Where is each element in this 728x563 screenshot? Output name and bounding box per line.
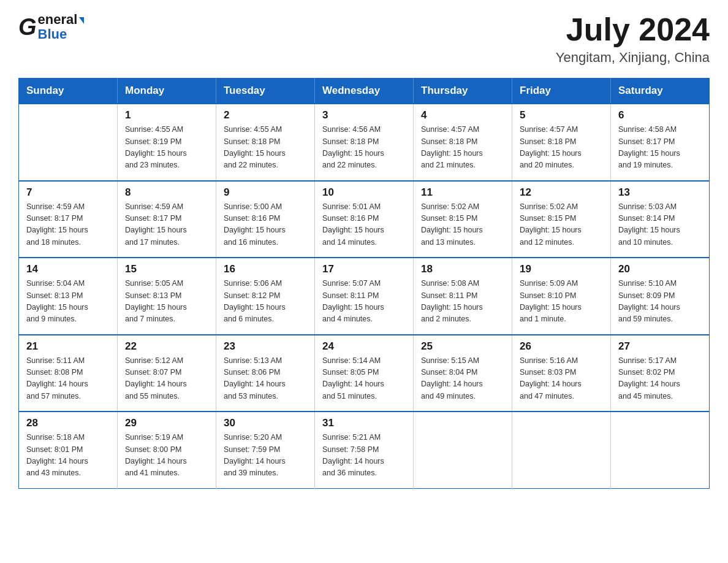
day-number: 20 [618, 263, 702, 275]
day-info: Sunrise: 5:14 AMSunset: 8:05 PMDaylight:… [322, 355, 406, 403]
day-info: Sunrise: 5:01 AMSunset: 8:16 PMDaylight:… [322, 201, 406, 249]
calendar-cell: 7Sunrise: 4:59 AMSunset: 8:17 PMDaylight… [19, 181, 118, 258]
header-title-section: July 2024 Yengitam, Xinjiang, China [556, 12, 710, 66]
calendar-cell: 18Sunrise: 5:08 AMSunset: 8:11 PMDayligh… [414, 258, 512, 335]
day-info: Sunrise: 5:04 AMSunset: 8:13 PMDaylight:… [26, 278, 110, 326]
calendar-week-2: 7Sunrise: 4:59 AMSunset: 8:17 PMDaylight… [19, 181, 710, 258]
day-number: 17 [322, 263, 406, 275]
day-info: Sunrise: 4:59 AMSunset: 8:17 PMDaylight:… [125, 201, 208, 249]
calendar-cell: 13Sunrise: 5:03 AMSunset: 8:14 PMDayligh… [611, 181, 710, 258]
calendar-cell: 25Sunrise: 5:15 AMSunset: 8:04 PMDayligh… [414, 335, 512, 412]
calendar-header: SundayMondayTuesdayWednesdayThursdayFrid… [19, 79, 710, 104]
day-header-sunday: Sunday [19, 79, 118, 104]
calendar-cell [512, 412, 611, 488]
day-number: 22 [125, 340, 208, 353]
calendar-cell: 16Sunrise: 5:06 AMSunset: 8:12 PMDayligh… [216, 258, 315, 335]
day-number: 26 [520, 340, 603, 353]
logo-general: eneral [38, 12, 85, 27]
calendar-header-row: SundayMondayTuesdayWednesdayThursdayFrid… [19, 79, 710, 104]
day-info: Sunrise: 4:59 AMSunset: 8:17 PMDaylight:… [26, 201, 110, 249]
day-info: Sunrise: 5:21 AMSunset: 7:58 PMDaylight:… [322, 432, 406, 480]
page-header: G eneral Blue July 2024 Yengitam, Xinjia… [18, 12, 710, 66]
day-info: Sunrise: 5:12 AMSunset: 8:07 PMDaylight:… [125, 355, 208, 403]
day-info: Sunrise: 4:55 AMSunset: 8:19 PMDaylight:… [125, 124, 208, 172]
day-info: Sunrise: 5:02 AMSunset: 8:15 PMDaylight:… [421, 201, 504, 249]
day-number: 16 [224, 263, 307, 275]
day-number: 25 [421, 340, 504, 353]
day-number: 2 [224, 109, 307, 121]
day-info: Sunrise: 5:16 AMSunset: 8:03 PMDaylight:… [520, 355, 603, 403]
day-info: Sunrise: 5:09 AMSunset: 8:10 PMDaylight:… [520, 278, 603, 326]
logo-g-letter: G [18, 15, 37, 39]
day-info: Sunrise: 5:20 AMSunset: 7:59 PMDaylight:… [224, 432, 307, 480]
day-number: 15 [125, 263, 208, 275]
day-number: 12 [520, 186, 603, 199]
calendar-cell: 8Sunrise: 4:59 AMSunset: 8:17 PMDaylight… [118, 181, 216, 258]
calendar-cell: 1Sunrise: 4:55 AMSunset: 8:19 PMDaylight… [118, 104, 216, 181]
logo-triangle-icon [79, 17, 84, 24]
calendar-body: 1Sunrise: 4:55 AMSunset: 8:19 PMDaylight… [19, 104, 710, 488]
day-header-saturday: Saturday [611, 79, 710, 104]
day-header-wednesday: Wednesday [315, 79, 414, 104]
day-number: 21 [26, 340, 110, 353]
logo-graphic: G eneral Blue [18, 12, 84, 42]
calendar-cell: 5Sunrise: 4:57 AMSunset: 8:18 PMDaylight… [512, 104, 611, 181]
calendar-cell [611, 412, 710, 488]
logo: G eneral Blue [18, 12, 84, 42]
calendar-cell: 3Sunrise: 4:56 AMSunset: 8:18 PMDaylight… [315, 104, 414, 181]
day-number: 27 [618, 340, 702, 353]
calendar-cell: 12Sunrise: 5:02 AMSunset: 8:15 PMDayligh… [512, 181, 611, 258]
calendar-cell: 15Sunrise: 5:05 AMSunset: 8:13 PMDayligh… [118, 258, 216, 335]
day-info: Sunrise: 5:00 AMSunset: 8:16 PMDaylight:… [224, 201, 307, 249]
calendar-cell: 23Sunrise: 5:13 AMSunset: 8:06 PMDayligh… [216, 335, 315, 412]
calendar-cell: 11Sunrise: 5:02 AMSunset: 8:15 PMDayligh… [414, 181, 512, 258]
day-number: 31 [322, 417, 406, 429]
day-info: Sunrise: 5:06 AMSunset: 8:12 PMDaylight:… [224, 278, 307, 326]
day-number: 30 [224, 417, 307, 429]
calendar-cell: 26Sunrise: 5:16 AMSunset: 8:03 PMDayligh… [512, 335, 611, 412]
day-number: 6 [618, 109, 702, 121]
day-info: Sunrise: 5:03 AMSunset: 8:14 PMDaylight:… [618, 201, 702, 249]
day-number: 3 [322, 109, 406, 121]
day-info: Sunrise: 5:07 AMSunset: 8:11 PMDaylight:… [322, 278, 406, 326]
calendar-cell: 21Sunrise: 5:11 AMSunset: 8:08 PMDayligh… [19, 335, 118, 412]
calendar-week-5: 28Sunrise: 5:18 AMSunset: 8:01 PMDayligh… [19, 412, 710, 488]
day-info: Sunrise: 4:57 AMSunset: 8:18 PMDaylight:… [520, 124, 603, 172]
day-info: Sunrise: 4:55 AMSunset: 8:18 PMDaylight:… [224, 124, 307, 172]
day-header-tuesday: Tuesday [216, 79, 315, 104]
day-number: 23 [224, 340, 307, 353]
day-info: Sunrise: 5:15 AMSunset: 8:04 PMDaylight:… [421, 355, 504, 403]
calendar-cell: 14Sunrise: 5:04 AMSunset: 8:13 PMDayligh… [19, 258, 118, 335]
day-header-monday: Monday [118, 79, 216, 104]
day-info: Sunrise: 5:08 AMSunset: 8:11 PMDaylight:… [421, 278, 504, 326]
day-info: Sunrise: 4:57 AMSunset: 8:18 PMDaylight:… [421, 124, 504, 172]
logo-blue: Blue [38, 27, 85, 42]
calendar-cell: 29Sunrise: 5:19 AMSunset: 8:00 PMDayligh… [118, 412, 216, 488]
day-number: 14 [26, 263, 110, 275]
day-number: 4 [421, 109, 504, 121]
day-number: 19 [520, 263, 603, 275]
calendar-cell [19, 104, 118, 181]
calendar-cell: 20Sunrise: 5:10 AMSunset: 8:09 PMDayligh… [611, 258, 710, 335]
day-info: Sunrise: 5:18 AMSunset: 8:01 PMDaylight:… [26, 432, 110, 480]
day-info: Sunrise: 5:13 AMSunset: 8:06 PMDaylight:… [224, 355, 307, 403]
calendar-cell: 31Sunrise: 5:21 AMSunset: 7:58 PMDayligh… [315, 412, 414, 488]
day-number: 18 [421, 263, 504, 275]
calendar-week-1: 1Sunrise: 4:55 AMSunset: 8:19 PMDaylight… [19, 104, 710, 181]
day-number: 11 [421, 186, 504, 199]
day-info: Sunrise: 4:58 AMSunset: 8:17 PMDaylight:… [618, 124, 702, 172]
day-info: Sunrise: 5:11 AMSunset: 8:08 PMDaylight:… [26, 355, 110, 403]
calendar-week-4: 21Sunrise: 5:11 AMSunset: 8:08 PMDayligh… [19, 335, 710, 412]
day-number: 10 [322, 186, 406, 199]
day-number: 1 [125, 109, 208, 121]
day-number: 13 [618, 186, 702, 199]
day-header-thursday: Thursday [414, 79, 512, 104]
day-number: 9 [224, 186, 307, 199]
calendar-cell: 19Sunrise: 5:09 AMSunset: 8:10 PMDayligh… [512, 258, 611, 335]
calendar-cell: 6Sunrise: 4:58 AMSunset: 8:17 PMDaylight… [611, 104, 710, 181]
day-number: 24 [322, 340, 406, 353]
calendar-cell: 27Sunrise: 5:17 AMSunset: 8:02 PMDayligh… [611, 335, 710, 412]
calendar-table: SundayMondayTuesdayWednesdayThursdayFrid… [18, 78, 710, 489]
day-info: Sunrise: 5:17 AMSunset: 8:02 PMDaylight:… [618, 355, 702, 403]
day-number: 28 [26, 417, 110, 429]
